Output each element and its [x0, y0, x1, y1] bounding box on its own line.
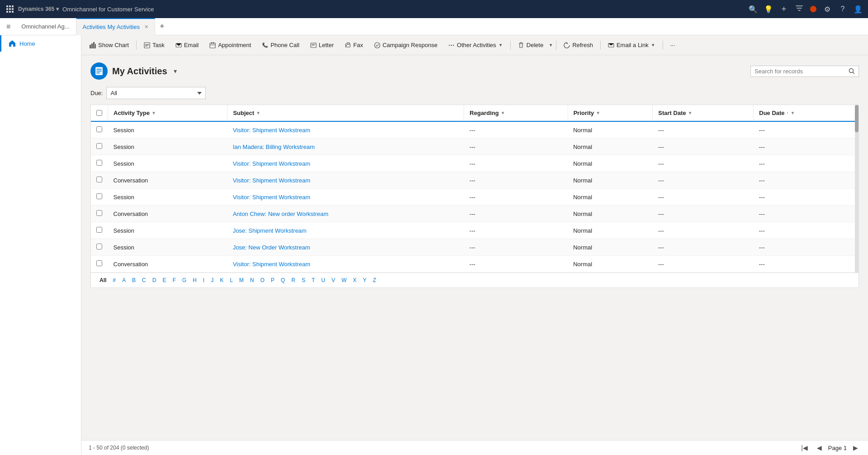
- alpha-nav-item-c[interactable]: C: [139, 276, 149, 285]
- task-button[interactable]: Task: [139, 39, 169, 51]
- alpha-nav-item-o[interactable]: O: [257, 276, 268, 285]
- search-input[interactable]: [754, 68, 849, 75]
- subject-filter-icon[interactable]: ▼: [256, 110, 261, 115]
- alpha-nav-item-e[interactable]: E: [159, 276, 169, 285]
- user-icon[interactable]: 👤: [854, 5, 863, 14]
- alpha-nav-item-h[interactable]: H: [190, 276, 200, 285]
- refresh-button[interactable]: Refresh: [559, 39, 598, 51]
- subject-link[interactable]: Jose: New Order Workstream: [233, 244, 310, 251]
- delete-button[interactable]: Delete: [513, 39, 548, 51]
- alpha-nav-item-y[interactable]: Y: [360, 276, 370, 285]
- alpha-nav-item-v[interactable]: V: [328, 276, 338, 285]
- alpha-nav-item-g[interactable]: G: [179, 276, 190, 285]
- alpha-nav-item-m[interactable]: M: [236, 276, 247, 285]
- alpha-nav-item-a[interactable]: A: [119, 276, 129, 285]
- alpha-nav-item-i[interactable]: I: [200, 276, 208, 285]
- sidebar-item-home[interactable]: Home: [0, 35, 81, 52]
- other-activities-button[interactable]: Other Activities ▾: [444, 39, 508, 51]
- alpha-nav-item-u[interactable]: U: [318, 276, 328, 285]
- alpha-nav-item-t[interactable]: T: [308, 276, 318, 285]
- alpha-nav-item-l[interactable]: L: [227, 276, 236, 285]
- row-checkbox[interactable]: [96, 193, 102, 199]
- search-icon[interactable]: [849, 68, 855, 74]
- scrollbar-thumb[interactable]: [855, 105, 859, 132]
- due-date-filter-icon[interactable]: ▼: [791, 110, 795, 115]
- svg-rect-9: [90, 45, 91, 48]
- settings-icon[interactable]: ⚙: [823, 5, 832, 14]
- email-link-button[interactable]: Email a Link ▾: [603, 39, 660, 51]
- alpha-nav-item-f[interactable]: F: [169, 276, 179, 285]
- email-link-dropdown-icon[interactable]: ▾: [651, 42, 655, 48]
- priority-filter-icon[interactable]: ▼: [596, 110, 600, 115]
- select-all-checkbox[interactable]: [96, 110, 102, 116]
- campaign-response-button[interactable]: Campaign Response: [370, 39, 442, 51]
- more-options-button[interactable]: ···: [666, 39, 680, 51]
- next-page-button[interactable]: ▶: [850, 443, 861, 452]
- row-checkbox[interactable]: [96, 244, 102, 249]
- lightbulb-icon[interactable]: 💡: [764, 5, 773, 14]
- letter-button[interactable]: Letter: [306, 39, 338, 51]
- subject-link[interactable]: Anton Chew: New order Workstream: [233, 211, 328, 217]
- alpha-nav-item-d[interactable]: D: [149, 276, 160, 285]
- due-date-cell: ---: [754, 121, 859, 139]
- due-filter-select[interactable]: All Today This Week This Month Overdue: [106, 87, 206, 99]
- other-activities-dropdown-icon[interactable]: ▾: [498, 42, 503, 48]
- alpha-nav-item-r[interactable]: R: [288, 276, 299, 285]
- alpha-nav-item-p[interactable]: P: [268, 276, 278, 285]
- subject-link[interactable]: Visitor: Shipment Workstream: [233, 261, 310, 268]
- appointment-button[interactable]: Appointment: [205, 39, 256, 51]
- filter-nav-icon[interactable]: [795, 5, 804, 14]
- hamburger-menu-icon[interactable]: ≡: [2, 23, 15, 31]
- alpha-nav-item-z[interactable]: Z: [370, 276, 379, 285]
- subject-link[interactable]: Ian Madera: Billing Workstream: [233, 144, 315, 150]
- alpha-nav-item-all[interactable]: All: [96, 276, 109, 285]
- row-checkbox[interactable]: [96, 260, 102, 266]
- alpha-nav-item-x[interactable]: X: [350, 276, 360, 285]
- row-checkbox[interactable]: [96, 210, 102, 216]
- alpha-nav-item-b[interactable]: B: [129, 276, 139, 285]
- alpha-nav-item-s[interactable]: S: [299, 276, 308, 285]
- alpha-nav-item-j[interactable]: J: [208, 276, 217, 285]
- alpha-nav-item-k[interactable]: K: [217, 276, 227, 285]
- tab-activities[interactable]: Activities My Activities ✕: [76, 18, 155, 35]
- row-checkbox[interactable]: [96, 160, 102, 166]
- brand-name[interactable]: Dynamics 365 ▾: [18, 6, 59, 12]
- add-nav-icon[interactable]: +: [779, 5, 788, 14]
- table-row: Session Jose: New Order Workstream --- N…: [91, 239, 859, 256]
- tab-add-button[interactable]: +: [155, 22, 169, 31]
- due-date-sort-icon[interactable]: ↑: [787, 110, 789, 115]
- email-button[interactable]: Email: [171, 39, 204, 51]
- alpha-nav-item-q[interactable]: Q: [278, 276, 288, 285]
- alpha-nav-item-#[interactable]: #: [109, 276, 119, 285]
- prev-page-button[interactable]: ◀: [814, 443, 825, 452]
- row-checkbox[interactable]: [96, 143, 102, 149]
- alpha-nav-item-w[interactable]: W: [338, 276, 350, 285]
- subject-link[interactable]: Visitor: Shipment Workstream: [233, 160, 310, 167]
- first-page-button[interactable]: |◀: [798, 443, 811, 452]
- start-date-filter-icon[interactable]: ▼: [688, 110, 693, 115]
- svg-rect-3: [6, 8, 8, 10]
- subject-link[interactable]: Visitor: Shipment Workstream: [233, 177, 310, 184]
- priority-cell: Normal: [568, 155, 653, 172]
- svg-rect-12: [95, 44, 96, 48]
- show-chart-button[interactable]: Show Chart: [85, 39, 133, 51]
- row-checkbox[interactable]: [96, 126, 102, 132]
- row-checkbox-cell: [91, 189, 108, 206]
- help-icon[interactable]: ?: [838, 5, 847, 13]
- subject-link[interactable]: Jose: Shipment Workstream: [233, 227, 307, 234]
- subject-link[interactable]: Visitor: Shipment Workstream: [233, 127, 310, 134]
- alpha-nav-item-n[interactable]: N: [247, 276, 257, 285]
- delete-dropdown-icon[interactable]: ▾: [549, 42, 553, 48]
- row-checkbox[interactable]: [96, 227, 102, 233]
- phone-call-button[interactable]: Phone Call: [257, 39, 304, 51]
- search-nav-icon[interactable]: 🔍: [749, 5, 758, 14]
- tab-close-icon[interactable]: ✕: [144, 24, 148, 30]
- subject-link[interactable]: Visitor: Shipment Workstream: [233, 194, 310, 201]
- tab-omnichannel[interactable]: Omnichannel Ag...: [15, 18, 76, 35]
- regarding-filter-icon[interactable]: ▼: [501, 110, 505, 115]
- page-title-caret-icon[interactable]: ▾: [174, 67, 177, 75]
- activity-type-filter-icon[interactable]: ▼: [152, 110, 156, 115]
- fax-button[interactable]: Fax: [340, 39, 368, 51]
- apps-grid-icon[interactable]: [5, 5, 14, 14]
- row-checkbox[interactable]: [96, 177, 102, 182]
